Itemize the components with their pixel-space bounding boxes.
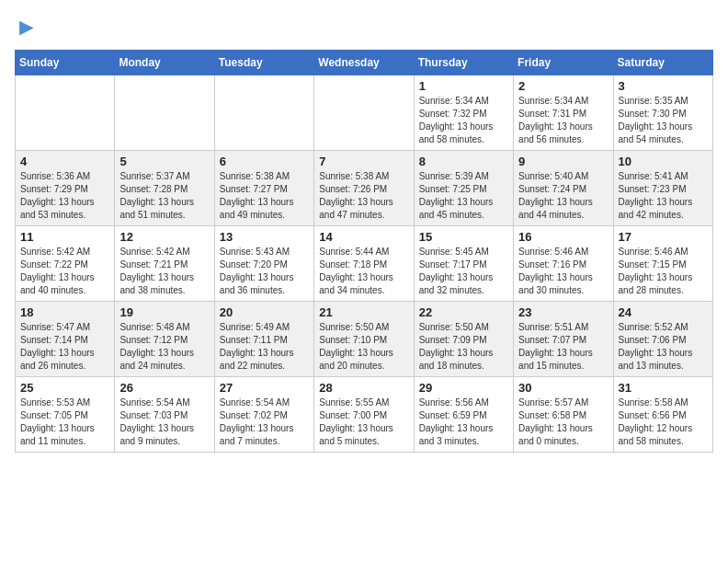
calendar-cell (314, 75, 414, 151)
calendar-cell: 6Sunrise: 5:38 AM Sunset: 7:27 PM Daylig… (214, 151, 313, 226)
calendar-cell: 23Sunrise: 5:51 AM Sunset: 7:07 PM Dayli… (514, 302, 613, 377)
day-number: 24 (619, 305, 708, 319)
day-info: Sunrise: 5:36 AM Sunset: 7:29 PM Dayligh… (20, 170, 109, 222)
calendar-cell: 7Sunrise: 5:38 AM Sunset: 7:26 PM Daylig… (314, 151, 414, 226)
day-number: 23 (518, 305, 608, 319)
calendar-cell: 16Sunrise: 5:46 AM Sunset: 7:16 PM Dayli… (514, 226, 613, 302)
calendar-cell: 27Sunrise: 5:54 AM Sunset: 7:02 PM Dayli… (214, 377, 313, 453)
calendar-cell: 1Sunrise: 5:34 AM Sunset: 7:32 PM Daylig… (414, 75, 513, 151)
day-info: Sunrise: 5:50 AM Sunset: 7:09 PM Dayligh… (419, 321, 508, 373)
calendar-cell: 14Sunrise: 5:44 AM Sunset: 7:18 PM Dayli… (314, 226, 414, 302)
day-header-sunday: Sunday (16, 51, 115, 75)
logo: ► (15, 15, 42, 39)
day-number: 3 (619, 79, 708, 93)
day-info: Sunrise: 5:47 AM Sunset: 7:14 PM Dayligh… (20, 321, 109, 373)
day-info: Sunrise: 5:49 AM Sunset: 7:11 PM Dayligh… (220, 321, 309, 373)
calendar-week-row: 18Sunrise: 5:47 AM Sunset: 7:14 PM Dayli… (16, 302, 713, 377)
day-info: Sunrise: 5:34 AM Sunset: 7:31 PM Dayligh… (518, 95, 608, 146)
calendar-week-row: 11Sunrise: 5:42 AM Sunset: 7:22 PM Dayli… (16, 226, 713, 302)
calendar-cell: 20Sunrise: 5:49 AM Sunset: 7:11 PM Dayli… (214, 302, 313, 377)
day-number: 5 (119, 155, 209, 168)
day-info: Sunrise: 5:53 AM Sunset: 7:05 PM Dayligh… (20, 396, 109, 448)
calendar-cell: 9Sunrise: 5:40 AM Sunset: 7:24 PM Daylig… (514, 151, 613, 226)
day-number: 29 (419, 381, 508, 395)
day-info: Sunrise: 5:34 AM Sunset: 7:32 PM Dayligh… (419, 95, 508, 146)
day-number: 8 (419, 155, 508, 168)
day-number: 14 (319, 230, 408, 244)
calendar-cell: 3Sunrise: 5:35 AM Sunset: 7:30 PM Daylig… (613, 75, 712, 151)
day-info: Sunrise: 5:57 AM Sunset: 6:58 PM Dayligh… (518, 396, 608, 448)
calendar-cell: 12Sunrise: 5:42 AM Sunset: 7:21 PM Dayli… (115, 226, 214, 302)
day-number: 17 (619, 230, 708, 244)
day-info: Sunrise: 5:56 AM Sunset: 6:59 PM Dayligh… (419, 396, 508, 448)
calendar-cell (214, 75, 313, 151)
day-number: 31 (619, 381, 708, 395)
calendar-cell: 28Sunrise: 5:55 AM Sunset: 7:00 PM Dayli… (314, 377, 414, 453)
calendar-cell: 26Sunrise: 5:54 AM Sunset: 7:03 PM Dayli… (115, 377, 214, 453)
calendar-cell: 11Sunrise: 5:42 AM Sunset: 7:22 PM Dayli… (16, 226, 115, 302)
day-number: 10 (619, 155, 708, 168)
day-info: Sunrise: 5:38 AM Sunset: 7:26 PM Dayligh… (319, 170, 408, 222)
day-number: 11 (20, 230, 109, 244)
day-header-tuesday: Tuesday (214, 51, 313, 75)
day-info: Sunrise: 5:41 AM Sunset: 7:23 PM Dayligh… (619, 170, 708, 222)
day-number: 22 (419, 305, 508, 319)
day-info: Sunrise: 5:46 AM Sunset: 7:15 PM Dayligh… (619, 246, 708, 297)
day-number: 16 (518, 230, 608, 244)
day-info: Sunrise: 5:51 AM Sunset: 7:07 PM Dayligh… (518, 321, 608, 373)
day-number: 13 (220, 230, 309, 244)
day-number: 28 (319, 381, 408, 395)
day-header-thursday: Thursday (414, 51, 513, 75)
calendar-cell: 25Sunrise: 5:53 AM Sunset: 7:05 PM Dayli… (16, 377, 115, 453)
day-info: Sunrise: 5:35 AM Sunset: 7:30 PM Dayligh… (619, 95, 708, 146)
calendar-cell: 17Sunrise: 5:46 AM Sunset: 7:15 PM Dayli… (613, 226, 712, 302)
day-info: Sunrise: 5:52 AM Sunset: 7:06 PM Dayligh… (619, 321, 708, 373)
day-info: Sunrise: 5:55 AM Sunset: 7:00 PM Dayligh… (319, 396, 408, 448)
day-number: 7 (319, 155, 408, 168)
day-number: 6 (220, 155, 309, 168)
day-info: Sunrise: 5:54 AM Sunset: 7:02 PM Dayligh… (220, 396, 309, 448)
day-info: Sunrise: 5:48 AM Sunset: 7:12 PM Dayligh… (119, 321, 209, 373)
day-info: Sunrise: 5:46 AM Sunset: 7:16 PM Dayligh… (518, 246, 608, 297)
day-header-wednesday: Wednesday (314, 51, 414, 75)
day-number: 12 (119, 230, 209, 244)
day-header-monday: Monday (115, 51, 214, 75)
day-number: 21 (319, 305, 408, 319)
day-number: 1 (419, 79, 508, 93)
day-info: Sunrise: 5:38 AM Sunset: 7:27 PM Dayligh… (220, 170, 309, 222)
calendar-cell: 13Sunrise: 5:43 AM Sunset: 7:20 PM Dayli… (214, 226, 313, 302)
calendar-cell: 24Sunrise: 5:52 AM Sunset: 7:06 PM Dayli… (613, 302, 712, 377)
day-info: Sunrise: 5:39 AM Sunset: 7:25 PM Dayligh… (419, 170, 508, 222)
calendar-cell: 5Sunrise: 5:37 AM Sunset: 7:28 PM Daylig… (115, 151, 214, 226)
day-info: Sunrise: 5:40 AM Sunset: 7:24 PM Dayligh… (518, 170, 608, 222)
calendar-cell: 8Sunrise: 5:39 AM Sunset: 7:25 PM Daylig… (414, 151, 513, 226)
day-info: Sunrise: 5:45 AM Sunset: 7:17 PM Dayligh… (419, 246, 508, 297)
calendar-table: SundayMondayTuesdayWednesdayThursdayFrid… (15, 50, 713, 453)
page-header: ► (15, 15, 713, 39)
calendar-cell: 31Sunrise: 5:58 AM Sunset: 6:56 PM Dayli… (613, 377, 712, 453)
calendar-cell: 19Sunrise: 5:48 AM Sunset: 7:12 PM Dayli… (115, 302, 214, 377)
day-number: 27 (220, 381, 309, 395)
calendar-cell: 30Sunrise: 5:57 AM Sunset: 6:58 PM Dayli… (514, 377, 613, 453)
day-info: Sunrise: 5:50 AM Sunset: 7:10 PM Dayligh… (319, 321, 408, 373)
day-info: Sunrise: 5:42 AM Sunset: 7:21 PM Dayligh… (119, 246, 209, 297)
day-number: 4 (20, 155, 109, 168)
day-header-friday: Friday (514, 51, 613, 75)
day-number: 19 (119, 305, 209, 319)
day-number: 9 (518, 155, 608, 168)
day-number: 20 (220, 305, 309, 319)
day-info: Sunrise: 5:37 AM Sunset: 7:28 PM Dayligh… (119, 170, 209, 222)
day-number: 30 (518, 381, 608, 395)
calendar-cell: 18Sunrise: 5:47 AM Sunset: 7:14 PM Dayli… (16, 302, 115, 377)
calendar-week-row: 25Sunrise: 5:53 AM Sunset: 7:05 PM Dayli… (16, 377, 713, 453)
logo-icon: ► (15, 15, 39, 39)
day-info: Sunrise: 5:42 AM Sunset: 7:22 PM Dayligh… (20, 246, 109, 297)
day-number: 15 (419, 230, 508, 244)
calendar-cell: 15Sunrise: 5:45 AM Sunset: 7:17 PM Dayli… (414, 226, 513, 302)
calendar-cell: 10Sunrise: 5:41 AM Sunset: 7:23 PM Dayli… (613, 151, 712, 226)
day-info: Sunrise: 5:58 AM Sunset: 6:56 PM Dayligh… (619, 396, 708, 448)
calendar-cell: 4Sunrise: 5:36 AM Sunset: 7:29 PM Daylig… (16, 151, 115, 226)
day-number: 2 (518, 79, 608, 93)
day-number: 26 (119, 381, 209, 395)
day-info: Sunrise: 5:43 AM Sunset: 7:20 PM Dayligh… (220, 246, 309, 297)
